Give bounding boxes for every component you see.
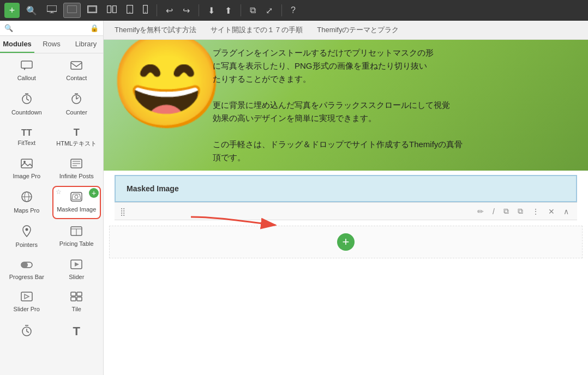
- module-mapspro[interactable]: Maps Pro: [2, 186, 51, 219]
- contact-icon: [70, 61, 82, 73]
- module-text[interactable]: T: [52, 319, 101, 346]
- layout-solid-button[interactable]: [63, 3, 81, 18]
- download-button[interactable]: ⬇: [205, 3, 218, 18]
- more-button[interactable]: ⋮: [529, 205, 542, 217]
- svg-rect-47: [77, 292, 82, 296]
- drag-handle[interactable]: ⣿: [120, 207, 125, 216]
- edit-button[interactable]: ✏: [475, 205, 487, 217]
- main-area: 🔍 🔒 Modules Rows Library Callout: [0, 21, 588, 375]
- tile-label: Tile: [72, 306, 81, 313]
- svg-point-35: [75, 195, 78, 198]
- sliderpro-label: Slider Pro: [14, 306, 40, 313]
- undo-button[interactable]: ↩: [163, 3, 176, 18]
- module-tile[interactable]: Tile: [52, 287, 101, 318]
- layout-outline-button[interactable]: [84, 3, 100, 17]
- module-htmltext[interactable]: T HTMLテキスト: [52, 122, 101, 152]
- callout-label: Callout: [17, 75, 36, 82]
- countdown-icon: [21, 93, 33, 107]
- infiniteposts-icon: [70, 159, 82, 171]
- tablet-button[interactable]: [123, 3, 136, 18]
- text-icon: T: [73, 324, 80, 338]
- svg-rect-48: [71, 297, 76, 301]
- svg-rect-7: [107, 6, 111, 13]
- hero-section: 😄 プラグインをインストールするだけでプリセットマスクの形 に写真を表示したり、…: [104, 40, 588, 171]
- svg-point-10: [129, 12, 130, 13]
- add-row-button[interactable]: +: [337, 233, 355, 251]
- fullscreen-button[interactable]: ⤢: [262, 3, 276, 18]
- pointers-label: Pointers: [16, 241, 38, 249]
- module-maskedimage[interactable]: ☆ Masked Image +: [52, 186, 101, 219]
- search-input[interactable]: [15, 24, 88, 32]
- main-toolbar: + 🔍 ↩ ↪ ⬇ ⬆ ⧉ ⤢ ?: [0, 0, 588, 21]
- module-sliderpro[interactable]: Slider Pro: [2, 287, 51, 318]
- module-infiniteposts[interactable]: Infinite Posts: [52, 154, 101, 185]
- sliderpro-icon: [21, 292, 33, 304]
- module-counter[interactable]: Counter: [52, 88, 101, 121]
- redo-button[interactable]: ↪: [179, 3, 193, 18]
- module-list: Callout Contact Countdown: [0, 53, 103, 375]
- help-button[interactable]: ?: [287, 3, 299, 17]
- expand-button[interactable]: ∧: [561, 205, 572, 217]
- zoom-button[interactable]: 🔍: [23, 3, 40, 18]
- search-icon: 🔍: [4, 24, 13, 32]
- close-button[interactable]: ✕: [545, 205, 557, 217]
- separator2: [199, 4, 199, 16]
- module-grid: Callout Contact Countdown: [2, 56, 101, 346]
- svg-rect-46: [71, 292, 76, 296]
- maskedimage-add-btn[interactable]: +: [89, 188, 99, 198]
- infiniteposts-label: Infinite Posts: [59, 173, 94, 180]
- svg-rect-13: [21, 61, 32, 68]
- slider-label: Slider: [69, 274, 84, 281]
- module-slider[interactable]: Slider: [52, 255, 101, 286]
- add-button[interactable]: +: [4, 3, 20, 18]
- contact-label: Contact: [66, 75, 87, 82]
- separator3: [241, 4, 241, 16]
- paste-button[interactable]: ⧉: [515, 205, 526, 217]
- module-timer[interactable]: [2, 319, 51, 346]
- module-contact[interactable]: Contact: [52, 56, 101, 87]
- maskedimage-label: Masked Image: [57, 206, 96, 213]
- add-row-section: +: [109, 226, 583, 258]
- content-area: Themifyを無料で試す方法 サイト開設までの１７の手順 Themifyのテー…: [104, 21, 588, 375]
- module-pricingtable[interactable]: Pricing Table: [52, 220, 101, 253]
- svg-line-18: [27, 99, 29, 100]
- action-bar: ⣿ ✏ / ⧉ ⧉ ⋮ ✕ ∧: [115, 202, 577, 220]
- callout-icon: [21, 61, 33, 73]
- masked-image-label: Masked Image: [116, 178, 190, 199]
- svg-rect-8: [113, 6, 117, 13]
- separator1: [157, 4, 157, 16]
- copy-button[interactable]: ⧉: [501, 205, 512, 217]
- pricingtable-icon: [70, 226, 82, 239]
- mobile-button[interactable]: [140, 3, 151, 18]
- module-callout[interactable]: Callout: [2, 56, 51, 87]
- svg-rect-15: [71, 62, 82, 69]
- columns-button[interactable]: [104, 3, 120, 17]
- progressbar-label: Progress Bar: [9, 274, 44, 281]
- module-progressbar[interactable]: Progress Bar: [2, 255, 51, 286]
- tab-modules[interactable]: Modules: [0, 36, 34, 53]
- sidebar: 🔍 🔒 Modules Rows Library Callout: [0, 21, 104, 375]
- module-pointers[interactable]: Pointers: [2, 220, 51, 253]
- svg-rect-49: [77, 297, 82, 301]
- pricingtable-label: Pricing Table: [59, 240, 94, 247]
- svg-marker-43: [75, 262, 79, 267]
- counter-label: Counter: [66, 109, 87, 116]
- content-wrapper: Themifyを無料で試す方法 サイト開設までの１７の手順 Themifyのテー…: [104, 21, 588, 258]
- module-imagepro[interactable]: Image Pro: [2, 154, 51, 185]
- desktop-button[interactable]: [44, 3, 60, 17]
- htmltext-label: HTMLテキスト: [56, 140, 97, 147]
- tab-rows[interactable]: Rows: [34, 36, 69, 53]
- module-fittext[interactable]: TT FitText: [2, 122, 51, 152]
- content-nav: Themifyを無料で試す方法 サイト開設までの１７の手順 Themifyのテー…: [104, 21, 588, 40]
- pencil-button[interactable]: /: [490, 205, 497, 217]
- module-countdown[interactable]: Countdown: [2, 88, 51, 121]
- split-button[interactable]: ⧉: [247, 3, 259, 17]
- separator4: [281, 4, 282, 16]
- counter-icon: [70, 93, 82, 107]
- star-icon[interactable]: ☆: [56, 188, 62, 196]
- upload-button[interactable]: ⬆: [221, 3, 235, 18]
- tab-library[interactable]: Library: [69, 36, 103, 53]
- search-bar: 🔍 🔒: [0, 21, 103, 36]
- sidebar-tabs: Modules Rows Library: [0, 36, 103, 53]
- hero-text: プラグインをインストールするだけでプリセットマスクの形 に写真を表示したり、PN…: [104, 46, 473, 164]
